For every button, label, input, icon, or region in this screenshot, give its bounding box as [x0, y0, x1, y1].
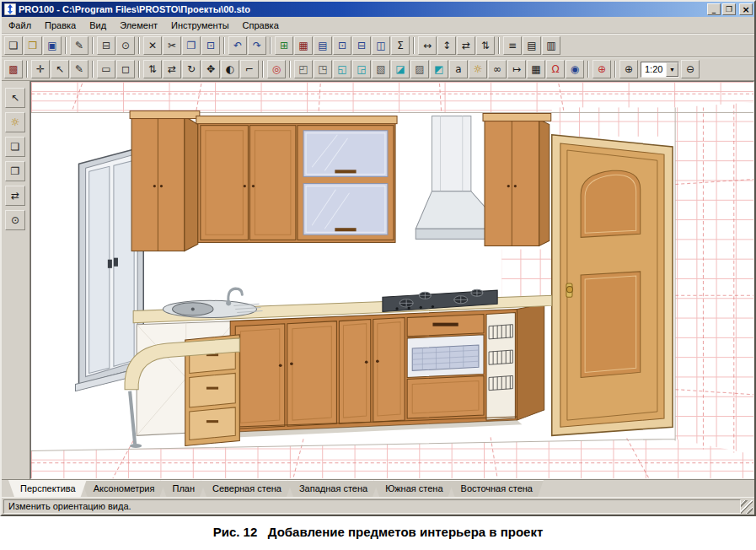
selection-lasso-icon[interactable]: ◻ [116, 60, 135, 78]
zoom-out-icon[interactable]: ⊖ [681, 60, 700, 78]
view-box-hidden-icon[interactable]: ▨ [410, 60, 429, 78]
link-tool-icon[interactable]: ⇄ [5, 186, 25, 206]
report-details-icon[interactable]: ▥ [542, 36, 560, 55]
show-glasses-icon[interactable]: ∞ [488, 60, 507, 78]
app-window: PRO100 - C:\Program Files\PROSTO\Проекты… [0, 0, 756, 516]
maximize-button[interactable]: ❐ [722, 3, 736, 15]
tab-west-wall[interactable]: Западная стена [287, 480, 378, 497]
view-box-edges-icon[interactable]: ◪ [391, 60, 410, 78]
show-text-icon[interactable]: a [449, 60, 468, 78]
print-icon[interactable]: ⊟ [97, 36, 115, 55]
corner-join-icon[interactable]: ⌐ [240, 60, 259, 78]
show-front-view-icon[interactable]: ⊡ [333, 36, 351, 55]
toolbar-separator [498, 37, 500, 54]
tab-plan[interactable]: План [160, 480, 206, 497]
wall-cabinet-left[interactable] [130, 111, 200, 251]
figure-caption: Рис. 12 Добавление предметов интерьера в… [0, 525, 756, 539]
cut-icon[interactable]: ✂ [163, 36, 181, 55]
show-top-view-icon[interactable]: ⊟ [352, 36, 371, 55]
delete-icon[interactable]: ✕ [143, 36, 162, 55]
zoom-level-select[interactable]: 1:20 ▼ [641, 62, 679, 78]
view-box-shaded-icon[interactable]: ◲ [352, 60, 371, 78]
menu-element[interactable]: Элемент [113, 19, 164, 32]
view-box-textured-icon[interactable]: ▧ [372, 60, 390, 78]
base-cabinets[interactable] [230, 304, 544, 437]
app-icon [4, 3, 16, 15]
align-horizontal-icon[interactable]: ⇄ [163, 60, 181, 78]
snap-sphere-icon[interactable]: ◉ [566, 60, 584, 78]
rotate-icon[interactable]: ↻ [182, 60, 201, 78]
titlebar[interactable]: PRO100 - C:\Program Files\PROSTO\Проекты… [2, 2, 754, 17]
menu-file[interactable]: Файл [2, 19, 38, 32]
sum-icon[interactable]: Σ [391, 36, 410, 55]
arrange-tool-icon[interactable]: ❐ [5, 161, 25, 181]
toolbar-standard: ❏❒▣✎⊟⊙✕✂❐⊡↶↷⊞▦▤⊡⊟◫Σ↔↕⇄⇅≡▤▥ [2, 34, 754, 57]
cut-list-icon[interactable]: ▦ [294, 36, 313, 55]
dimension-height-icon[interactable]: ↕ [437, 36, 456, 55]
toolbar-separator [289, 61, 291, 78]
redo-icon[interactable]: ↷ [248, 36, 266, 55]
dimension-auto-icon[interactable]: ⇄ [457, 36, 475, 55]
tab-north-wall[interactable]: Северная стена [201, 480, 292, 497]
minimize-button[interactable]: _ [707, 3, 721, 15]
move-element-icon[interactable]: ✥ [201, 60, 220, 78]
copy-icon[interactable]: ❐ [182, 36, 201, 55]
report-elements-icon[interactable]: ▤ [523, 36, 541, 55]
snap-magnet-icon[interactable]: Ω [546, 60, 565, 78]
resize-grip[interactable] [741, 500, 753, 514]
zoom-in-icon[interactable]: ⊕ [619, 60, 638, 78]
open-folder-icon[interactable]: ❒ [24, 36, 42, 55]
select-tool-icon[interactable]: ↖ [5, 88, 25, 108]
price-list-icon[interactable]: ⊞ [275, 36, 293, 55]
show-light-icon[interactable]: ☼ [469, 60, 487, 78]
report-summary-icon[interactable]: ≡ [503, 36, 522, 55]
dimension-width-icon[interactable]: ↔ [418, 36, 437, 55]
menu-view[interactable]: Вид [83, 19, 113, 32]
close-button[interactable]: × [739, 3, 753, 15]
draw-pencil-icon[interactable]: ✎ [70, 60, 88, 78]
move-points-icon[interactable]: ✛ [31, 60, 50, 78]
snap-center-icon[interactable]: ◎ [267, 60, 286, 78]
show-dimensions-icon[interactable]: ↦ [507, 60, 526, 78]
dimension-all-icon[interactable]: ⇅ [476, 36, 495, 55]
toolbar-separator [65, 37, 67, 54]
mirror-icon[interactable]: ◐ [221, 60, 239, 78]
menu-tools[interactable]: Инструменты [164, 19, 236, 32]
new-document-icon[interactable]: ❏ [4, 36, 23, 55]
paste-icon[interactable]: ⊡ [201, 36, 220, 55]
view-box-outline-icon[interactable]: ◩ [430, 60, 448, 78]
print-preview-icon[interactable]: ⊙ [116, 36, 135, 55]
toolbar-separator [92, 37, 94, 54]
wall-cabinet-right[interactable] [483, 113, 551, 245]
select-cursor-icon[interactable]: ↖ [51, 60, 69, 78]
tab-south-wall[interactable]: Южная стена [373, 480, 453, 497]
toolbar-separator [92, 61, 94, 78]
menu-edit[interactable]: Правка [38, 19, 83, 32]
show-3d-view-icon[interactable]: ◫ [372, 36, 390, 55]
light-tool-icon[interactable]: ☼ [5, 112, 25, 132]
tab-east-wall[interactable]: Восточная стена [449, 480, 544, 497]
save-icon[interactable]: ▣ [43, 36, 62, 55]
design-canvas[interactable] [30, 81, 754, 479]
tab-perspective[interactable]: Перспектива [8, 480, 87, 497]
menu-help[interactable]: Справка [236, 19, 286, 32]
zoom-tool-icon[interactable]: ⊙ [5, 210, 25, 230]
align-vertical-icon[interactable]: ⇅ [143, 60, 162, 78]
view-box-wire-icon[interactable]: ◰ [294, 60, 313, 78]
wall-cabinets[interactable] [196, 116, 397, 243]
tab-axonometry[interactable]: Аксонометрия [82, 480, 166, 497]
new-sheet-tool-icon[interactable]: ❏ [5, 137, 25, 157]
show-grid-icon[interactable]: ▦ [527, 60, 545, 78]
view-box-front-icon[interactable]: ◱ [333, 60, 351, 78]
dropdown-arrow-icon[interactable]: ▼ [666, 62, 678, 77]
status-text: Изменить ориентацию вида. [3, 499, 741, 514]
toolbar-separator [138, 37, 140, 54]
view-box-solid-icon[interactable]: ◳ [314, 60, 332, 78]
selection-frame-icon[interactable]: ▭ [97, 60, 115, 78]
materials-list-icon[interactable]: ▤ [314, 36, 332, 55]
interior-door[interactable] [552, 135, 673, 436]
page-properties-icon[interactable]: ✎ [70, 36, 88, 55]
pointer-mode-icon[interactable]: ▩ [4, 60, 23, 78]
undo-icon[interactable]: ↶ [228, 36, 247, 55]
snap-target-icon[interactable]: ⊕ [592, 60, 611, 78]
